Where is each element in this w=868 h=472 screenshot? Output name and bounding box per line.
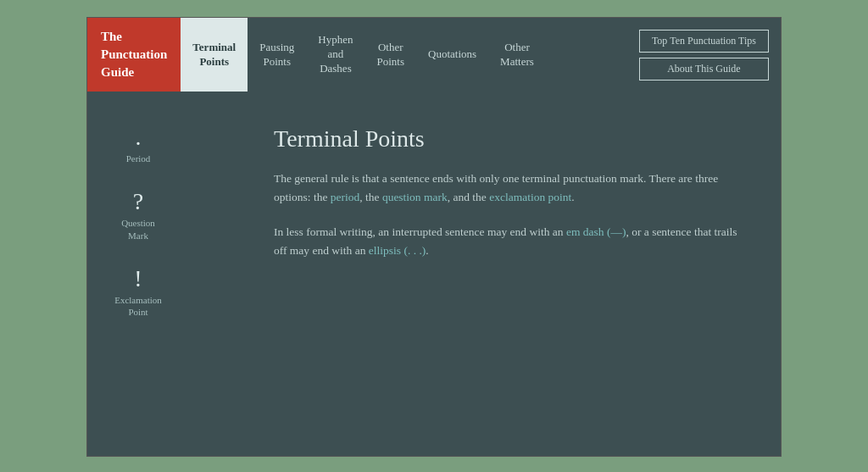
- nav-item-other-points[interactable]: Other Points: [365, 18, 417, 92]
- nav-bar: ThePunctuationGuide Terminal Points Paus…: [87, 18, 781, 92]
- article-paragraph-2: In less formal writing, an interrupted s…: [274, 223, 747, 261]
- period-label: Period: [126, 153, 151, 164]
- article-title: Terminal Points: [274, 125, 747, 153]
- brand-text: ThePunctuationGuide: [101, 28, 167, 81]
- nav-item-quotations[interactable]: Quotations: [416, 18, 488, 92]
- ellipsis-link[interactable]: ellipsis (. . .): [369, 244, 426, 257]
- em-dash-link[interactable]: em dash (—): [566, 225, 626, 238]
- nav-item-pausing-points[interactable]: Pausing Points: [248, 18, 306, 92]
- sidebar-item-exclamation-point[interactable]: ! ExclamationPoint: [104, 267, 172, 319]
- exclamation-symbol: !: [134, 267, 142, 291]
- nav-item-hyphen-dashes[interactable]: Hyphen and Dashes: [306, 18, 364, 92]
- nav-item-terminal-points[interactable]: Terminal Points: [181, 18, 248, 92]
- period-symbol: .: [136, 125, 142, 149]
- article-paragraph-1: The general rule is that a sentence ends…: [274, 169, 747, 208]
- about-guide-button[interactable]: About This Guide: [639, 58, 769, 81]
- period-link[interactable]: period: [331, 191, 360, 203]
- top-ten-tips-button[interactable]: Top Ten Punctuation Tips: [639, 30, 769, 53]
- brand-logo[interactable]: ThePunctuationGuide: [87, 18, 181, 92]
- exclamation-point-link[interactable]: exclamation point: [489, 191, 571, 203]
- sidebar-item-question-mark[interactable]: ? QuestionMark: [104, 190, 172, 242]
- nav-items: Terminal Points Pausing Points Hyphen an…: [181, 18, 627, 92]
- question-mark-symbol: ?: [133, 190, 143, 214]
- question-mark-label: QuestionMark: [121, 217, 155, 242]
- article: Terminal Points The general rule is that…: [257, 108, 781, 439]
- question-mark-link[interactable]: question mark: [382, 191, 448, 203]
- main-content: . Period ? QuestionMark ! ExclamationPoi…: [87, 92, 781, 456]
- nav-item-other-matters[interactable]: Other Matters: [488, 18, 546, 92]
- browser-window: ThePunctuationGuide Terminal Points Paus…: [86, 17, 782, 457]
- exclamation-label: ExclamationPoint: [114, 294, 162, 319]
- sidebar-item-period[interactable]: . Period: [104, 125, 172, 164]
- nav-right-buttons: Top Ten Punctuation Tips About This Guid…: [627, 18, 781, 92]
- sidebar: . Period ? QuestionMark ! ExclamationPoi…: [87, 108, 257, 439]
